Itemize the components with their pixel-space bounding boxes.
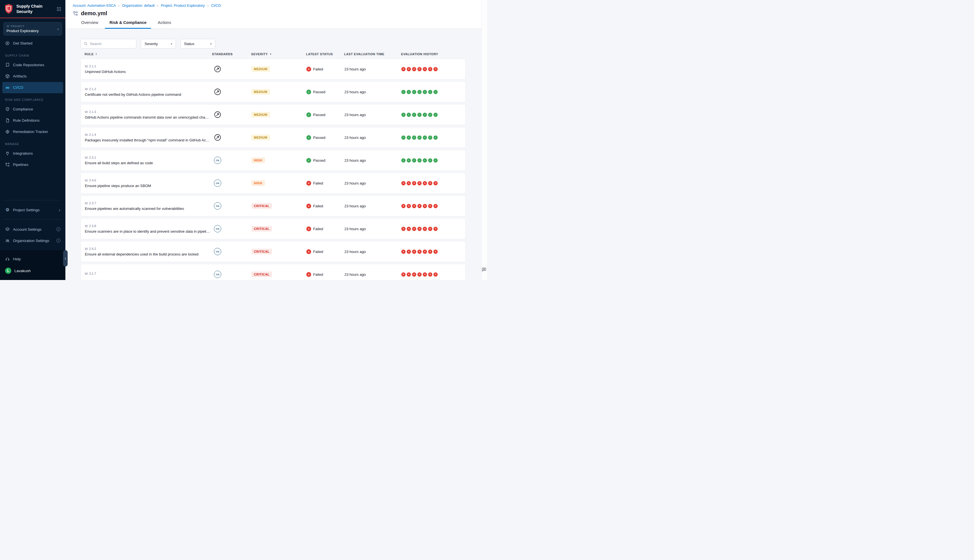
history-fail-icon: ✕ bbox=[412, 181, 416, 185]
sidebar-item-help[interactable]: Help bbox=[2, 253, 63, 265]
failed-x-icon: ✕ bbox=[306, 249, 311, 254]
account-settings-layers-icon bbox=[5, 227, 10, 232]
sidebar-item-integrations[interactable]: Integrations bbox=[2, 148, 63, 159]
sidebar-item-remediation-tracker[interactable]: Remediation Tracker bbox=[2, 126, 63, 137]
supply-chain-security-logo-icon bbox=[4, 4, 13, 14]
severity-badge: HIGH bbox=[252, 157, 265, 163]
status-label: Failed bbox=[313, 204, 323, 208]
status-label: Passed bbox=[313, 135, 325, 140]
project-selector-main: PROJECT Product Exploratory bbox=[7, 25, 57, 33]
sidebar-item-label: Account Settings bbox=[13, 227, 42, 232]
table-row[interactable]: Id: 2.1.1 Unpinned GitHub Actions MEDIUM… bbox=[81, 58, 465, 80]
standards-cell bbox=[212, 88, 252, 95]
column-header-last-evaluation-time[interactable]: LAST EVALUATION TIME bbox=[344, 52, 401, 56]
table-row[interactable]: Id: 2.4.6 Ensure pipeline steps produce … bbox=[81, 173, 465, 193]
history-pass-icon: ✓ bbox=[412, 135, 416, 140]
sidebar-item-cicd[interactable]: ∞ CI/CD bbox=[2, 82, 63, 93]
last-evaluation-time: 23 hours ago bbox=[344, 227, 401, 231]
severity-badge: CRITICAL bbox=[252, 203, 272, 209]
history-fail-icon: ✕ bbox=[423, 250, 427, 254]
sidebar-item-label: CI/CD bbox=[13, 85, 23, 90]
history-fail-icon: ✕ bbox=[417, 181, 422, 185]
column-header-latest-status[interactable]: LATEST STATUS bbox=[306, 52, 344, 56]
tab-overview[interactable]: Overview bbox=[77, 20, 103, 28]
rule-definitions-icon bbox=[5, 118, 10, 123]
latest-status-cell: ✓ Passed bbox=[306, 90, 344, 94]
standards-cell bbox=[212, 111, 252, 118]
table-row[interactable]: Id: 2.1.3 GitHub Actions pipeline comman… bbox=[81, 104, 465, 125]
history-pass-icon: ✓ bbox=[417, 135, 422, 140]
history-pass-icon: ✓ bbox=[423, 113, 427, 117]
info-icon[interactable]: i bbox=[57, 227, 60, 231]
history-fail-icon: ✕ bbox=[412, 272, 416, 277]
search-input[interactable] bbox=[90, 42, 133, 46]
get-started-icon bbox=[5, 41, 10, 46]
sidebar-collapse-handle[interactable]: ‹ bbox=[63, 250, 68, 267]
section-heading-manage: MANAGE bbox=[0, 137, 65, 148]
page-title: demo.yml bbox=[81, 10, 107, 17]
chevron-right-icon: › bbox=[58, 208, 60, 212]
breadcrumb-project[interactable]: Project: Product Exploratory bbox=[161, 4, 205, 8]
sidebar-item-artifacts[interactable]: Artifacts bbox=[2, 71, 63, 82]
breadcrumb-account[interactable]: Account: Automation-SSCA bbox=[73, 4, 116, 8]
status-filter-dropdown[interactable]: Status ▾ bbox=[180, 39, 215, 48]
table-row[interactable]: Id: 3.1.7 CIS CRITICAL ✕ Failed 23 hours… bbox=[81, 264, 465, 280]
history-fail-icon: ✕ bbox=[407, 204, 411, 208]
rule-name: Ensure pipelines are automatically scann… bbox=[85, 207, 212, 211]
latest-status-cell: ✕ Failed bbox=[306, 204, 344, 208]
sidebar-item-pipelines[interactable]: Pipelines bbox=[2, 159, 63, 170]
sort-descending-icon[interactable]: ▼ bbox=[269, 53, 272, 55]
history-pass-icon: ✓ bbox=[423, 135, 427, 140]
sidebar-item-compliance[interactable]: Compliance bbox=[2, 104, 63, 115]
scrollbar-track[interactable] bbox=[481, 0, 487, 280]
sort-icon[interactable]: ▲▼ bbox=[95, 53, 97, 55]
gear-icon: ⚙ bbox=[5, 208, 10, 212]
column-header-severity[interactable]: SEVERITY ▼ bbox=[251, 52, 306, 56]
sidebar-item-organization-settings[interactable]: Organization Settings i bbox=[2, 235, 63, 246]
module-switcher-icon[interactable] bbox=[57, 7, 62, 12]
sidebar-item-rule-definitions[interactable]: Rule Definitions bbox=[2, 115, 63, 126]
info-icon[interactable]: i bbox=[57, 238, 60, 243]
history-fail-icon: ✕ bbox=[407, 67, 411, 71]
sidebar-item-account-settings[interactable]: Account Settings i bbox=[2, 224, 63, 235]
history-fail-icon: ✕ bbox=[412, 227, 416, 231]
rule-id: Id: 2.1.1 bbox=[85, 65, 212, 68]
severity-badge: MEDIUM bbox=[252, 112, 270, 117]
sidebar-item-project-settings[interactable]: ⚙ Project Settings › bbox=[2, 204, 63, 215]
severity-cell: CRITICAL bbox=[252, 272, 306, 277]
project-selector[interactable]: PROJECT Product Exploratory › bbox=[3, 22, 62, 35]
column-header-evaluation-history[interactable]: EVALUATION HISTORY bbox=[401, 52, 465, 56]
rule-name: Ensure all build steps are defined as co… bbox=[85, 161, 212, 165]
severity-filter-dropdown[interactable]: Severity ▾ bbox=[141, 39, 176, 48]
help-headset-icon bbox=[5, 257, 10, 262]
column-header-rule[interactable]: RULE ▲▼ bbox=[81, 52, 212, 56]
breadcrumb-cicd[interactable]: CI/CD bbox=[211, 4, 221, 8]
history-pass-icon: ✓ bbox=[401, 113, 405, 117]
history-fail-icon: ✕ bbox=[434, 204, 438, 208]
passed-check-icon: ✓ bbox=[306, 158, 311, 163]
latest-status-cell: ✕ Failed bbox=[306, 249, 344, 254]
history-pass-icon: ✓ bbox=[407, 90, 411, 94]
breadcrumb-organization[interactable]: Organization: default bbox=[122, 4, 154, 8]
severity-badge: MEDIUM bbox=[252, 66, 270, 72]
support-chat-icon[interactable] bbox=[481, 267, 487, 272]
column-header-standards[interactable]: STANDARDS bbox=[212, 52, 251, 56]
sidebar-item-get-started[interactable]: Get Started bbox=[2, 38, 63, 49]
table-row[interactable]: Id: 2.1.2 Certificate not verified by Gi… bbox=[81, 82, 465, 102]
user-profile[interactable]: L Lavakush bbox=[2, 265, 63, 277]
history-fail-icon: ✕ bbox=[428, 181, 432, 185]
tab-actions[interactable]: Actions bbox=[153, 20, 176, 28]
sidebar-item-code-repositories[interactable]: Code Repositories bbox=[2, 60, 63, 71]
table-row[interactable]: Id: 2.4.2 Ensure all external dependenci… bbox=[81, 241, 465, 262]
filter-bar: Severity ▾ Status ▾ bbox=[81, 39, 487, 48]
table-row[interactable]: Id: 2.1.4 Packages insecurely installed … bbox=[81, 127, 465, 148]
user-name: Lavakush bbox=[14, 269, 31, 273]
tab-risk-and-compliance[interactable]: Risk & Compliance bbox=[105, 20, 151, 28]
table-row[interactable]: Id: 2.3.1 Ensure all build steps are def… bbox=[81, 150, 465, 171]
cis-standard-icon: CIS bbox=[214, 271, 221, 278]
project-icon bbox=[7, 25, 9, 28]
search-box[interactable] bbox=[81, 39, 137, 48]
table-row[interactable]: Id: 2.3.7 Ensure pipelines are automatic… bbox=[81, 195, 465, 216]
standards-cell: CIS bbox=[212, 157, 252, 164]
table-row[interactable]: Id: 2.3.8 Ensure scanners are in place t… bbox=[81, 218, 465, 239]
